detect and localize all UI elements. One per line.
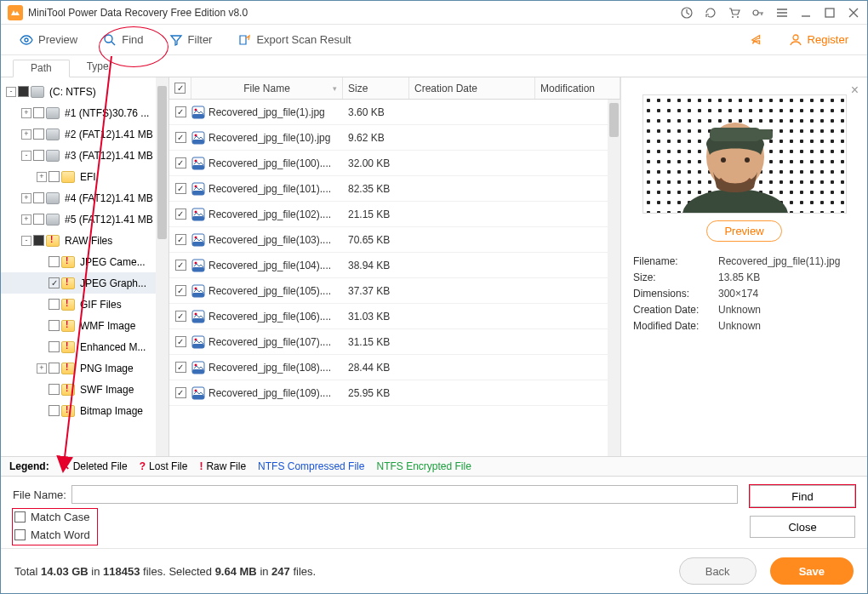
tree-item[interactable]: GIF Files [1,294,168,315]
preview-action-button[interactable]: Preview [706,220,781,242]
checkbox-icon[interactable] [14,529,26,540]
match-word-option[interactable]: Match Word [14,528,90,541]
row-checkbox[interactable] [175,387,186,398]
tree-item[interactable]: Bitmap Image [1,400,168,421]
tree-item[interactable]: Enhanced M... [1,336,168,357]
find-input[interactable] [71,485,738,504]
row-checkbox[interactable] [175,260,186,271]
tree-item[interactable]: -(C: NTFS) [1,81,168,102]
expander-icon[interactable]: - [21,151,31,161]
tree-checkbox[interactable] [49,171,60,182]
register-button[interactable]: Register [784,30,854,50]
row-checkbox[interactable] [175,362,186,373]
export-button[interactable]: Export Scan Result [232,30,356,50]
tree-item[interactable]: -RAW Files [1,230,168,251]
tree-item[interactable]: SWF Image [1,379,168,400]
row-checkbox[interactable] [175,285,186,296]
find-close-button[interactable]: Close [750,516,855,538]
file-row[interactable]: Recovered_jpg_file(10).jpg9.62 KB [169,125,620,151]
tree-item[interactable]: WMF Image [1,315,168,336]
menu-icon[interactable] [775,6,789,20]
tree-item[interactable]: +PNG Image [1,357,168,379]
tree-item[interactable]: +#2 (FAT12)1.41 MB [1,123,168,145]
tree-checkbox[interactable] [49,384,60,395]
row-checkbox[interactable] [175,183,186,194]
file-row[interactable]: Recovered_jpg_file(102)....21.15 KB [169,202,620,227]
history-icon[interactable] [680,6,694,20]
tree-checkbox[interactable] [49,405,60,416]
row-checkbox[interactable] [175,106,186,117]
file-row[interactable]: Recovered_jpg_file(103)....70.65 KB [169,227,620,253]
expander-icon[interactable]: + [21,108,31,118]
expander-icon[interactable]: - [6,87,16,97]
match-case-option[interactable]: Match Case [14,511,90,523]
grid-scrollbar[interactable] [608,100,620,456]
expander-icon[interactable]: + [37,363,47,374]
find-button[interactable]: Find [98,30,148,50]
col-creation-date[interactable]: Creation Date [409,77,535,99]
file-row[interactable]: Recovered_jpg_file(101)....82.35 KB [169,176,620,202]
tree-checkbox[interactable] [18,86,29,97]
tree-checkbox[interactable] [49,256,60,267]
tab-path[interactable]: Path [13,60,70,77]
tree-checkbox[interactable] [33,235,44,246]
tree-checkbox[interactable] [49,363,60,374]
tree-checkbox[interactable] [33,150,44,161]
tree-item[interactable]: +EFI [1,166,168,187]
tree-checkbox[interactable] [49,277,60,288]
share-button[interactable] [745,30,768,50]
tab-type[interactable]: Type [70,59,126,77]
row-checkbox[interactable] [175,208,186,220]
tree-item[interactable]: -#3 (FAT12)1.41 MB [1,145,168,166]
row-checkbox[interactable] [175,336,186,347]
file-row[interactable]: Recovered_jpg_file(109)....25.95 KB [169,380,620,406]
cart-icon[interactable] [728,6,741,20]
maximize-icon[interactable] [823,6,837,20]
tree-checkbox[interactable] [49,341,60,352]
find-submit-button[interactable]: Find [750,485,855,507]
row-checkbox[interactable] [175,132,186,143]
expander-icon[interactable]: + [37,172,47,182]
grid-body[interactable]: Recovered_jpg_file(1).jpg3.60 KBRecovere… [169,100,620,456]
back-button[interactable]: Back [679,557,757,585]
tree-item[interactable]: +#5 (FAT12)1.41 MB [1,208,168,230]
file-row[interactable]: Recovered_jpg_file(107)....31.15 KB [169,329,620,355]
refresh-icon[interactable] [704,6,717,20]
minimize-icon[interactable] [799,6,813,20]
row-checkbox[interactable] [175,157,186,168]
tree-checkbox[interactable] [33,192,44,203]
expander-icon[interactable]: + [21,129,31,140]
file-row[interactable]: Recovered_jpg_file(105)....37.37 KB [169,278,620,304]
tree-item[interactable]: JPEG Came... [1,251,168,272]
row-checkbox[interactable] [175,234,186,245]
header-checkbox[interactable] [169,77,191,99]
tree-item[interactable]: +#1 (NTFS)30.76 ... [1,102,168,123]
tree-item[interactable]: +#4 (FAT12)1.41 MB [1,187,168,208]
preview-button[interactable]: Preview [14,30,83,50]
tree-checkbox[interactable] [49,299,60,310]
checkbox-icon[interactable] [14,511,26,523]
close-preview-icon[interactable]: × [851,83,859,98]
expander-icon[interactable]: - [21,236,31,246]
tree-scrollbar[interactable] [156,77,168,456]
tree-checkbox[interactable] [49,320,60,331]
col-size[interactable]: Size [343,77,409,99]
file-row[interactable]: Recovered_jpg_file(108)....28.44 KB [169,355,620,380]
file-row[interactable]: Recovered_jpg_file(106)....31.03 KB [169,304,620,329]
expander-icon[interactable]: + [21,214,31,225]
tree-checkbox[interactable] [33,107,44,118]
save-button[interactable]: Save [770,557,854,585]
filter-button[interactable]: Filter [164,30,218,50]
close-icon[interactable] [847,6,860,20]
tree-checkbox[interactable] [33,214,44,225]
file-row[interactable]: Recovered_jpg_file(104)....38.94 KB [169,253,620,278]
file-row[interactable]: Recovered_jpg_file(100)....32.00 KB [169,151,620,176]
file-row[interactable]: Recovered_jpg_file(1).jpg3.60 KB [169,100,620,125]
expander-icon[interactable]: + [21,193,31,203]
col-modification[interactable]: Modification [535,77,620,99]
tree-checkbox[interactable] [33,129,44,140]
folder-tree[interactable]: -(C: NTFS)+#1 (NTFS)30.76 ...+#2 (FAT12)… [1,77,169,456]
key-icon[interactable] [751,6,765,20]
col-name[interactable]: File Name▾ [191,77,343,99]
tree-item[interactable]: JPEG Graph... [1,272,168,294]
